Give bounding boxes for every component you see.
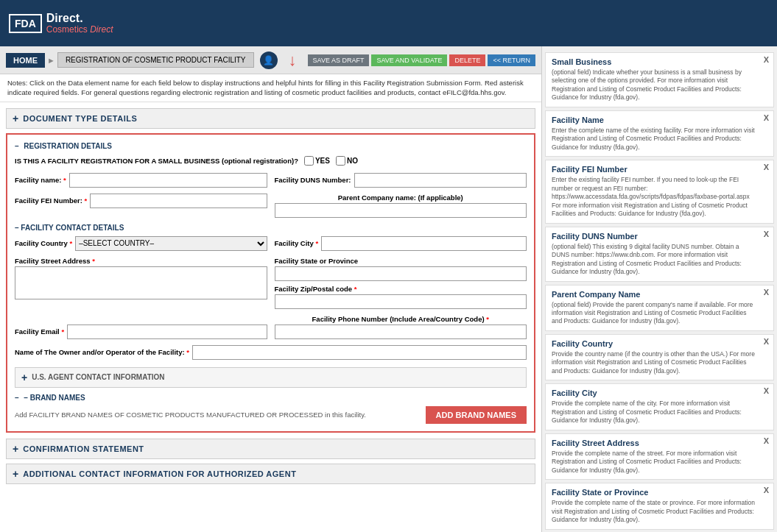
notice-text: Notes: Click on the Data element name fo… — [7, 79, 524, 96]
facility-email-label[interactable]: Facility Email * — [15, 327, 64, 336]
facility-phone-input[interactable] — [275, 324, 527, 339]
us-agent-section: + U.S. AGENT CONTACT INFORMATION — [15, 367, 527, 388]
facility-street-input[interactable] — [15, 266, 267, 299]
help-card-title: Facility FEI Number — [552, 165, 756, 174]
help-card: XFacility FEI NumberEnter the existing f… — [545, 160, 774, 223]
no-checkbox-label[interactable]: NO — [336, 156, 358, 166]
help-card-close-button[interactable]: X — [764, 288, 769, 297]
additional-contact-header[interactable]: + ADDITIONAL CONTACT INFORMATION FOR AUT… — [7, 464, 535, 483]
confirmation-section: + CONFIRMATION STATEMENT — [6, 439, 535, 459]
email-phone-row: Facility Email * Facility Phone Number (… — [15, 315, 527, 339]
owner-label[interactable]: Name of The Owner and/or Operator of the… — [15, 348, 189, 356]
help-card: XFacility CityProvide the complete name … — [545, 383, 774, 430]
brand-names-content: Add FACILITY BRAND NAMES OF COSMETIC PRO… — [15, 406, 527, 424]
fda-text: FDA — [15, 18, 36, 29]
facility-street-label[interactable]: Facility Street Address * — [15, 257, 267, 265]
facility-fei-input[interactable] — [90, 194, 267, 208]
action-buttons: SAVE AS DRAFT SAVE AND VALIDATE DELETE <… — [308, 54, 535, 66]
help-card-body: Provide the complete name of the state o… — [552, 499, 756, 524]
facility-country-label[interactable]: Facility Country * — [15, 239, 72, 247]
help-card-body: Enter the complete name of the existing … — [552, 127, 756, 152]
required-star-phone: * — [486, 315, 489, 323]
owner-row: Name of The Owner and/or Operator of the… — [15, 345, 527, 360]
confirmation-header[interactable]: + CONFIRMATION STATEMENT — [7, 439, 535, 458]
facility-duns-input[interactable] — [354, 173, 527, 188]
help-card-close-button[interactable]: X — [764, 55, 769, 64]
facility-zip-field: Facility Zip/Postal code * — [275, 285, 527, 309]
help-card-body: (optional field) This existing 9 digital… — [552, 243, 756, 277]
us-agent-header[interactable]: + U.S. AGENT CONTACT INFORMATION — [15, 368, 526, 387]
required-star-fei: * — [85, 196, 88, 205]
nav-user-icon[interactable]: 👤 — [260, 52, 278, 69]
no-text: NO — [347, 157, 358, 165]
help-card-close-button[interactable]: X — [764, 386, 769, 395]
parent-company-input[interactable] — [275, 203, 527, 218]
help-card-body: Enter the existing facility FEI number. … — [552, 176, 756, 218]
owner-input[interactable] — [192, 345, 527, 360]
required-star: * — [63, 176, 66, 184]
facility-fei-label[interactable]: Facility FEI Number: * — [15, 196, 87, 205]
facility-email-field: Facility Email * — [15, 324, 267, 339]
contact-title: – FACILITY CONTACT DETAILS — [15, 224, 124, 232]
help-card-title: Parent Company Name — [552, 290, 756, 299]
required-star-owner: * — [186, 348, 189, 356]
facility-country-select[interactable]: –SELECT COUNTRY– — [75, 236, 267, 251]
delete-button[interactable]: DELETE — [449, 54, 485, 66]
minus-icon-brand: – — [15, 394, 19, 402]
reg-details-title: REGISTRATION DETAILS — [24, 142, 112, 150]
yes-checkbox[interactable] — [304, 156, 314, 166]
document-type-header[interactable]: + DOCUMENT TYPE DETAILS — [7, 109, 535, 128]
help-card-close-button[interactable]: X — [764, 337, 769, 346]
left-panel: HOME ► REGISTRATION OF COSMETIC PRODUCT … — [0, 46, 541, 532]
facility-state-input[interactable] — [275, 266, 527, 281]
red-arrow-indicator: ↓ — [289, 51, 297, 70]
state-zip-col: Facility State or Province Facility Zip/… — [275, 257, 527, 309]
facility-city-label[interactable]: Facility City * — [275, 239, 319, 247]
help-card-title: Facility DUNS Number — [552, 232, 756, 241]
facility-duns-label[interactable]: Facility DUNS Number: — [275, 176, 351, 184]
facility-email-input[interactable] — [67, 324, 267, 339]
help-card-body: Provide the complete name of the city. F… — [552, 400, 756, 425]
nav-home[interactable]: HOME — [6, 53, 45, 68]
nav-bar: HOME ► REGISTRATION OF COSMETIC PRODUCT … — [0, 46, 541, 74]
no-checkbox[interactable] — [336, 156, 345, 166]
help-card-close-button[interactable]: X — [764, 436, 769, 445]
brand-names-section: – – BRAND NAMES Add FACILITY BRAND NAMES… — [15, 394, 527, 424]
help-card-close-button[interactable]: X — [764, 163, 769, 171]
facility-state-label[interactable]: Facility State or Province — [275, 257, 527, 265]
country-city-row: Facility Country * –SELECT COUNTRY– Faci… — [15, 236, 527, 251]
help-card: XFacility State or ProvinceProvide the c… — [545, 483, 774, 529]
yes-checkbox-label[interactable]: YES — [304, 156, 330, 166]
save-draft-button[interactable]: SAVE AS DRAFT — [308, 54, 370, 66]
facility-zip-input[interactable] — [275, 294, 527, 309]
facility-zip-label[interactable]: Facility Zip/Postal code * — [275, 285, 527, 293]
facility-city-input[interactable] — [321, 236, 527, 251]
required-star-email: * — [61, 327, 64, 336]
brand-names-header: – – BRAND NAMES — [15, 394, 527, 402]
facility-country-field: Facility Country * –SELECT COUNTRY– — [15, 236, 267, 251]
minus-icon-reg: – — [15, 142, 19, 150]
required-star-city: * — [315, 239, 318, 247]
help-card: XParent Company Name(optional field) Pro… — [545, 285, 774, 331]
header: FDA Direct. Cosmetics Direct — [0, 0, 777, 46]
facility-name-label[interactable]: Facility name: * — [15, 176, 66, 184]
document-type-section: + DOCUMENT TYPE DETAILS — [6, 108, 535, 129]
return-button[interactable]: << RETURN — [488, 54, 535, 66]
facility-name-input[interactable] — [69, 173, 267, 188]
parent-company-label[interactable]: Parent Company name: (If applicable) — [275, 194, 527, 202]
facility-state-field: Facility State or Province — [275, 257, 527, 281]
fei-parent-row: Facility FEI Number: * Parent Company na… — [15, 194, 527, 218]
contact-section-header: – FACILITY CONTACT DETAILS — [15, 224, 527, 232]
plus-icon-doc: + — [13, 113, 18, 124]
facility-duns-field: Facility DUNS Number: — [275, 173, 527, 188]
help-card: XFacility Street AddressProvide the comp… — [545, 433, 774, 480]
facility-phone-label[interactable]: Facility Phone Number (Include Area/Coun… — [275, 315, 527, 323]
additional-contact-section: + ADDITIONAL CONTACT INFORMATION FOR AUT… — [6, 464, 535, 484]
save-validate-button[interactable]: SAVE AND VALIDATE — [371, 54, 447, 66]
small-biz-row: IS THIS A FACILITY REGISTRATION FOR A SM… — [15, 156, 527, 166]
help-card-close-button[interactable]: X — [764, 113, 769, 122]
content-area: + DOCUMENT TYPE DETAILS – REGISTRATION D… — [0, 102, 541, 532]
add-brand-button[interactable]: ADD BRAND NAMES — [426, 406, 527, 424]
help-card-close-button[interactable]: X — [764, 486, 769, 494]
help-card-close-button[interactable]: X — [764, 230, 769, 238]
